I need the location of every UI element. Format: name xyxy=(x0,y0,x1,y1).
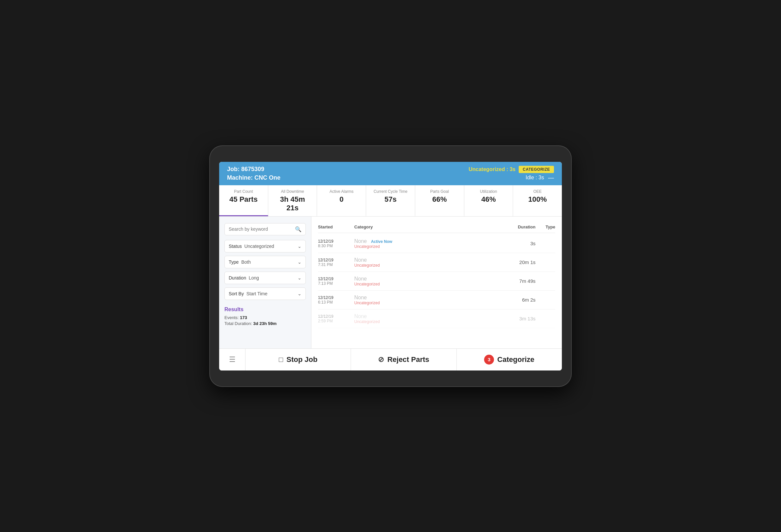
chevron-down-icon: ⌄ xyxy=(297,291,301,296)
stat-utilization[interactable]: Utilization 46% xyxy=(464,185,513,216)
table-header: Started Category Duration Type xyxy=(318,222,555,233)
results-title: Results xyxy=(224,306,306,313)
stat-label-downtime: All Downtime xyxy=(274,189,312,194)
filter-status-label: Status Uncategorized xyxy=(229,244,274,249)
filter-duration-label: Duration Long xyxy=(229,275,259,281)
col-header-type: Type xyxy=(535,224,555,230)
machine-title: Machine: CNC One xyxy=(227,174,280,181)
row-started: 12/12/19 7:31 PM xyxy=(318,258,354,267)
row-category: None Uncategorized xyxy=(354,314,502,324)
row-started: 12/12/19 2:59 PM xyxy=(318,314,354,323)
search-icon: 🔍 xyxy=(295,226,301,232)
row-started: 12/12/19 8:30 PM xyxy=(318,239,354,248)
chevron-down-icon: ⌄ xyxy=(297,259,301,265)
stat-label-utilization: Utilization xyxy=(469,189,508,194)
categorize-header-button[interactable]: CATEGORIZE xyxy=(519,166,554,173)
tablet-frame: Job: 8675309 Uncategorized : 3s CATEGORI… xyxy=(209,146,572,387)
stat-value-parts-goal: 66% xyxy=(420,195,459,204)
filter-duration[interactable]: Duration Long ⌄ xyxy=(224,272,306,284)
stop-job-button[interactable]: □ Stop Job xyxy=(246,349,351,370)
stat-label-cycle: Current Cycle Time xyxy=(371,189,410,194)
stat-value-downtime: 3h 45m 21s xyxy=(274,195,312,212)
stat-value-part-count: 45 Parts xyxy=(224,195,263,204)
stats-bar: Part Count 45 Parts All Downtime 3h 45m … xyxy=(219,185,562,216)
row-started: 12/12/19 6:13 PM xyxy=(318,295,354,304)
idle-label: Idle : 3s xyxy=(526,175,544,180)
results-duration: Total Duration: 3d 23h 59m xyxy=(224,321,306,326)
sidebar: 🔍 Status Uncategorized ⌄ Type Both ⌄ Dur… xyxy=(219,216,312,349)
app-header: Job: 8675309 Uncategorized : 3s CATEGORI… xyxy=(219,162,562,185)
stop-job-label: Stop Job xyxy=(286,355,317,364)
col-header-duration: Duration xyxy=(502,224,535,230)
stat-cycle-time[interactable]: Current Cycle Time 57s xyxy=(366,185,415,216)
results-section: Results Events: 173 Total Duration: 3d 2… xyxy=(224,306,306,326)
col-header-category: Category xyxy=(354,224,502,230)
hamburger-icon: ☰ xyxy=(229,356,236,363)
table-row[interactable]: 12/12/19 7:13 PM None Uncategorized 7m 4… xyxy=(318,272,555,291)
main-content: 🔍 Status Uncategorized ⌄ Type Both ⌄ Dur… xyxy=(219,216,562,349)
row-duration: 7m 49s xyxy=(502,278,535,284)
stat-label-alarms: Active Alarms xyxy=(322,189,361,194)
row-category: None Uncategorized xyxy=(354,295,502,305)
stat-value-alarms: 0 xyxy=(322,195,361,204)
bottom-toolbar: ☰ □ Stop Job ⊘ Reject Parts 3 Categorize xyxy=(219,349,562,370)
filter-type[interactable]: Type Both ⌄ xyxy=(224,256,306,268)
menu-button[interactable]: ☰ xyxy=(219,349,246,370)
reject-parts-button[interactable]: ⊘ Reject Parts xyxy=(351,349,456,370)
categorize-button[interactable]: 3 Categorize xyxy=(457,349,562,370)
stat-oee[interactable]: OEE 100% xyxy=(513,185,562,216)
stat-label-parts-goal: Parts Goal xyxy=(420,189,459,194)
table-row[interactable]: 12/12/19 7:31 PM None Uncategorized 20m … xyxy=(318,253,555,272)
categorize-label: Categorize xyxy=(497,355,534,364)
stat-parts-goal[interactable]: Parts Goal 66% xyxy=(415,185,464,216)
filter-status[interactable]: Status Uncategorized ⌄ xyxy=(224,240,306,252)
idle-dash: — xyxy=(548,174,554,181)
reject-icon: ⊘ xyxy=(378,355,384,364)
stat-all-downtime[interactable]: All Downtime 3h 45m 21s xyxy=(268,185,317,216)
col-header-started: Started xyxy=(318,224,354,230)
stop-icon: □ xyxy=(279,355,283,364)
filter-type-label: Type Both xyxy=(229,259,251,265)
table-row[interactable]: 12/12/19 6:13 PM None Uncategorized 6m 2… xyxy=(318,291,555,310)
row-category: None Uncategorized xyxy=(354,276,502,286)
row-duration: 3s xyxy=(502,241,535,246)
stat-label-oee: OEE xyxy=(518,189,557,194)
row-duration: 3m 13s xyxy=(502,316,535,321)
row-category: None Active Now Uncategorized xyxy=(354,238,502,249)
row-category: None Uncategorized xyxy=(354,257,502,268)
results-events: Events: 173 xyxy=(224,315,306,320)
stat-active-alarms[interactable]: Active Alarms 0 xyxy=(317,185,366,216)
search-input[interactable] xyxy=(229,227,295,232)
stat-value-utilization: 46% xyxy=(469,195,508,204)
row-duration: 6m 2s xyxy=(502,297,535,302)
categorize-badge: 3 xyxy=(484,355,494,365)
row-started: 12/12/19 7:13 PM xyxy=(318,277,354,286)
tablet-screen: Job: 8675309 Uncategorized : 3s CATEGORI… xyxy=(219,162,562,370)
chevron-down-icon: ⌄ xyxy=(297,244,301,249)
chevron-down-icon: ⌄ xyxy=(297,275,301,281)
row-duration: 20m 1s xyxy=(502,259,535,265)
stat-value-cycle: 57s xyxy=(371,195,410,204)
search-box[interactable]: 🔍 xyxy=(224,223,306,235)
stat-value-oee: 100% xyxy=(518,195,557,204)
reject-parts-label: Reject Parts xyxy=(387,355,429,364)
filter-sort[interactable]: Sort By Start Time ⌄ xyxy=(224,287,306,300)
stat-part-count[interactable]: Part Count 45 Parts xyxy=(219,185,268,216)
content-area: Started Category Duration Type 12/12/19 … xyxy=(312,216,562,349)
table-row[interactable]: 12/12/19 2:59 PM None Uncategorized 3m 1… xyxy=(318,310,555,328)
table-row[interactable]: 12/12/19 8:30 PM None Active Now Uncateg… xyxy=(318,234,555,253)
stat-label-part-count: Part Count xyxy=(224,189,263,194)
uncategorized-label: Uncategorized : 3s xyxy=(468,166,516,172)
job-title: Job: 8675309 xyxy=(227,166,264,173)
filter-sort-label: Sort By Start Time xyxy=(229,291,267,296)
